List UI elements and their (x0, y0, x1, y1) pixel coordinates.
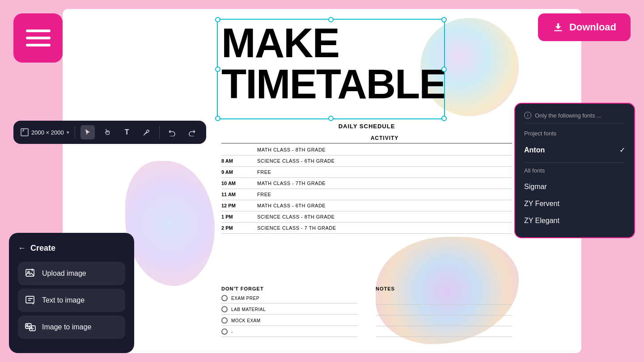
font-item-zy-fervent[interactable]: ZY Fervent (524, 195, 625, 212)
text-to-image-label: Text to image (42, 296, 85, 304)
dont-forget-section: DON'T FORGET EXAM PREP LAB MATERIAL MOCK… (221, 286, 358, 340)
canvas-card: MAKE TIMETABLE DAILY SCHEDULE ACTIVITY M… (63, 9, 581, 353)
handle-bottom-mid[interactable] (328, 116, 334, 121)
schedule-row: MATH CLASS - 8TH GRADE (221, 144, 512, 156)
schedule-row: 11 AM FREE (221, 189, 512, 200)
row-activity: MATH CLASS - 8TH GRADE (257, 147, 512, 152)
notes-title: NOTES (376, 286, 512, 291)
row-activity: FREE (257, 169, 512, 175)
download-icon (552, 21, 564, 33)
resize-icon (21, 128, 29, 136)
pan-tool-button[interactable] (100, 125, 114, 139)
font-check-icon: ✓ (619, 146, 625, 154)
handle-bottom-right[interactable] (441, 116, 447, 121)
menu-line-1 (26, 29, 51, 32)
menu-button[interactable] (13, 13, 63, 63)
svg-rect-0 (21, 129, 28, 136)
row-activity: SCIENCE CLASS - 8TH GRADE (257, 214, 512, 219)
activity-header-row: ACTIVITY (221, 133, 512, 143)
download-button[interactable]: Download (538, 13, 631, 41)
forget-checkbox[interactable] (221, 306, 228, 312)
forget-item: LAB MATERIAL (221, 306, 358, 315)
canvas-size-label: 2000 × 2000 (31, 129, 64, 136)
font-item-sigmar[interactable]: Sigmar (524, 178, 625, 195)
menu-line-3 (26, 44, 51, 46)
forget-text: EXAM PREP (231, 296, 259, 301)
forget-text: - (231, 329, 233, 334)
font-divider (524, 162, 625, 163)
image-to-image-button[interactable]: Image to image (18, 316, 125, 339)
undo-button[interactable] (165, 125, 179, 139)
forget-item: - (221, 328, 358, 337)
upload-image-icon (25, 268, 36, 279)
handle-top-right[interactable] (441, 17, 447, 22)
forget-text: LAB MATERIAL (231, 307, 266, 312)
notes-line-4 (376, 327, 512, 337)
handle-top-left[interactable] (215, 17, 220, 22)
schedule-row: 12 PM MATH CLASS - 6TH GRADE (221, 200, 512, 211)
row-time: 10 AM (221, 181, 257, 186)
notes-line-3 (376, 316, 512, 326)
font-item-zy-elegant[interactable]: ZY Elegant (524, 212, 625, 229)
pen-tool-button[interactable] (140, 125, 154, 139)
toolbar-divider-1 (75, 126, 75, 139)
selection-box[interactable] (217, 19, 445, 119)
text-to-image-button[interactable]: Text to image (18, 289, 125, 312)
forget-items: EXAM PREP LAB MATERIAL MOCK EXAM - (221, 295, 358, 337)
toolbar-size-display[interactable]: 2000 × 2000 ▾ (21, 128, 69, 136)
project-fonts-label: Project fonts (524, 130, 625, 137)
text-tool-button[interactable]: T (120, 125, 134, 139)
font-panel-header-text: Only the following fonts ... (535, 112, 602, 119)
toolbar-divider-2 (159, 126, 160, 139)
font-panel: i Only the following fonts ... Project f… (514, 103, 635, 238)
font-name-zy-elegant: ZY Elegant (524, 217, 559, 225)
info-icon: i (524, 112, 531, 119)
forget-checkbox[interactable] (221, 295, 228, 301)
upload-image-button[interactable]: Upload image (18, 262, 125, 285)
svg-rect-3 (26, 296, 34, 303)
back-arrow-icon[interactable]: ← (18, 244, 26, 253)
row-time: 11 AM (221, 192, 257, 197)
chevron-down-icon: ▾ (67, 130, 69, 135)
handle-mid-left[interactable] (215, 67, 220, 72)
dont-forget-title: DON'T FORGET (221, 286, 358, 291)
schedule-row: 2 PM SCIENCE CLASS - 7 TH GRADE (221, 223, 512, 234)
row-time: 2 PM (221, 225, 257, 231)
redo-button[interactable] (185, 125, 199, 139)
handle-top-mid[interactable] (328, 17, 334, 22)
schedule-header: DAILY SCHEDULE (221, 123, 512, 130)
row-activity: MATH CLASS - 7TH GRADE (257, 181, 512, 186)
download-label: Download (569, 21, 616, 33)
select-tool-button[interactable] (80, 125, 95, 139)
forget-checkbox[interactable] (221, 328, 228, 335)
redo-icon (188, 128, 196, 136)
schedule-rows: MATH CLASS - 8TH GRADE 8 AM SCIENCE CLAS… (221, 144, 512, 234)
forget-checkbox[interactable] (221, 317, 228, 324)
text-icon: T (125, 128, 129, 136)
image-to-image-icon (25, 322, 36, 333)
create-panel: ← Create Upload image Text to image (9, 233, 134, 353)
row-time: 12 PM (221, 203, 257, 208)
upload-image-label: Upload image (42, 269, 86, 278)
schedule-row: 10 AM MATH CLASS - 7TH GRADE (221, 178, 512, 189)
canvas-background: MAKE TIMETABLE DAILY SCHEDULE ACTIVITY M… (0, 0, 644, 362)
font-name-zy-fervent: ZY Fervent (524, 200, 559, 208)
row-time: 1 PM (221, 214, 257, 219)
font-name-sigmar: Sigmar (524, 183, 547, 191)
schedule-row: 1 PM SCIENCE CLASS - 8TH GRADE (221, 211, 512, 223)
toolbar: 2000 × 2000 ▾ T (13, 121, 206, 144)
handle-bottom-left[interactable] (215, 116, 220, 121)
row-time: 9 AM (221, 169, 257, 175)
all-fonts-label: All fonts (524, 167, 625, 174)
pan-icon (103, 128, 111, 136)
row-activity: MATH CLASS - 6TH GRADE (257, 203, 512, 208)
schedule-row: 8 AM SCIENCE CLASS - 6TH GRADE (221, 156, 512, 167)
row-activity: SCIENCE CLASS - 6TH GRADE (257, 158, 512, 164)
handle-mid-right[interactable] (441, 67, 447, 72)
svg-rect-1 (26, 269, 34, 276)
menu-line-2 (26, 37, 51, 39)
blob-left (125, 161, 215, 286)
notes-section: NOTES (376, 286, 512, 340)
font-item-anton[interactable]: Anton ✓ (524, 141, 625, 159)
text-to-image-icon (25, 295, 36, 306)
